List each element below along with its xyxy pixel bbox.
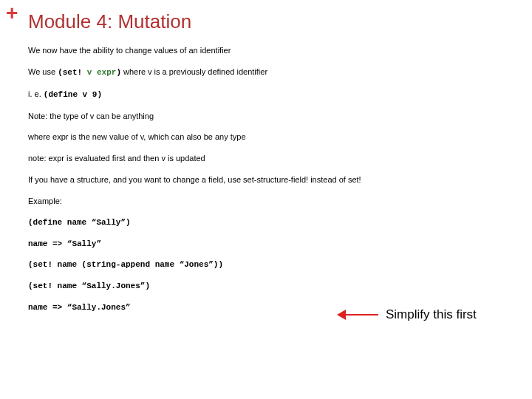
slide-title: Module 4: Mutation bbox=[28, 10, 517, 33]
arrow-line-icon bbox=[344, 314, 378, 316]
callout-text: Simplify this first bbox=[386, 307, 477, 322]
code-vexpr: v expr bbox=[87, 68, 117, 77]
line-intro: We now have the ability to change values… bbox=[28, 45, 517, 56]
callout: Simplify this first bbox=[337, 307, 477, 322]
line-note-type: Note: the type of v can be anything bbox=[28, 111, 517, 122]
slide-content: Module 4: Mutation We now have the abili… bbox=[28, 10, 517, 324]
code-name-sally: name => “Sally” bbox=[28, 239, 517, 250]
line-note-eval: note: expr is evaluated first and then v… bbox=[28, 153, 517, 164]
line-expr-newval: where expr is the new value of v, which … bbox=[28, 132, 517, 143]
line-set-usage: We use (set! v expr) where v is a previo… bbox=[28, 66, 517, 78]
plus-decor: + bbox=[6, 3, 18, 24]
code-define-v9: (define v 9) bbox=[44, 90, 102, 99]
line-ie: i. e. (define v 9) bbox=[28, 89, 517, 100]
code-set-open: (set! bbox=[58, 68, 87, 77]
line-structure: If you have a structure, and you want to… bbox=[28, 174, 517, 185]
code-set-close: ) bbox=[116, 68, 121, 77]
text-weuse: We use bbox=[28, 67, 58, 76]
line-example: Example: bbox=[28, 196, 517, 207]
code-set-sallyjones: (set! name “Sally.Jones”) bbox=[28, 281, 517, 292]
code-set-append: (set! name (string-append name “Jones”)) bbox=[28, 259, 517, 270]
text-where: where v is a previously defined identifi… bbox=[121, 67, 267, 76]
code-define-name: (define name “Sally”) bbox=[28, 217, 517, 228]
text-ie: i. e. bbox=[28, 89, 44, 98]
arrow-icon bbox=[337, 310, 378, 320]
slide-body: We now have the ability to change values… bbox=[28, 45, 517, 313]
